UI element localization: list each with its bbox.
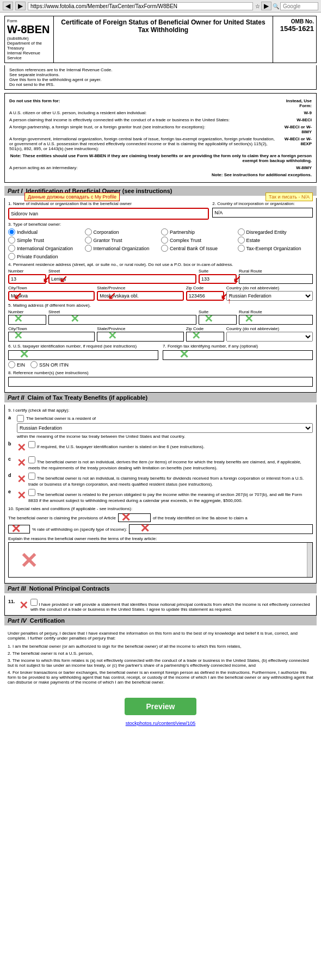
do-not-use-section: Do not use this form for: Instead, Use F… (4, 93, 317, 183)
form-header: Form W-8BEN (substitute) Department of t… (4, 16, 317, 63)
q4-label: 4. Permanent residence address (street, … (8, 262, 313, 267)
back-button[interactable]: ◀ (3, 2, 13, 10)
addr-number-input[interactable] (8, 274, 46, 284)
type-simple-trust[interactable]: Simple Trust (8, 237, 84, 244)
search-area: ☆ ▶ 🔍 (255, 2, 318, 10)
q8-label: 8. Reference number(s) (see instructions… (8, 370, 313, 375)
part3-label: Part III (8, 585, 26, 592)
instead-form-2: W-8ECI or W-8IMY (279, 124, 312, 135)
q1-input[interactable] (9, 209, 208, 219)
part3-section: 11. ✕ I have provided or will provide a … (4, 596, 317, 616)
item-b-label: b (8, 441, 15, 446)
explain-textarea[interactable] (9, 543, 307, 577)
q6-input[interactable] (8, 350, 158, 360)
type-private-foundation[interactable]: Private Foundation (8, 253, 84, 260)
checkbox-a[interactable] (17, 415, 24, 422)
ein-radio[interactable] (8, 361, 15, 368)
treaty-country-select[interactable]: Russian Federation (17, 423, 313, 433)
radio-intl-org-2[interactable] (85, 245, 92, 252)
radio-complex-trust[interactable] (161, 237, 168, 244)
mailing-row-1: Number ✕ Street ✕ Suite ✕ (8, 309, 313, 325)
table-row: Note: These entities should use Form W-8… (9, 153, 312, 164)
type-complex-trust[interactable]: Complex Trust (161, 237, 237, 244)
table-row: A U.S. citizen or other U.S. person, inc… (9, 110, 312, 116)
checkbox-b[interactable] (28, 441, 35, 448)
checkbox-c[interactable] (28, 456, 35, 463)
addr-row-2: City/Town ↙ State/Province ↙ Zip Code (8, 286, 313, 301)
type-partnership[interactable]: Partnership (161, 228, 237, 235)
item-d-label: d (8, 473, 15, 478)
browser-bar: ◀ ▶ ☆ ▶ 🔍 (0, 0, 321, 13)
search-icon: 🔍 (273, 3, 279, 9)
ssn-label: SSN OR ITIN (39, 362, 69, 368)
radio-simple-trust[interactable] (8, 237, 15, 244)
radio-corporation[interactable] (85, 228, 92, 235)
type-central-bank[interactable]: Central Bank Of Issue (161, 245, 237, 252)
radio-individual[interactable] (8, 228, 15, 235)
part4-title: Certification (30, 617, 65, 624)
instead-form-1: W-8ECI (279, 117, 312, 123)
form-label: Form (7, 18, 51, 23)
radio-grantor-trust[interactable] (85, 237, 92, 244)
item-c-text: The beneficial owner is not an individua… (28, 460, 301, 470)
footer-link[interactable]: stockphotos.ru/content/view/105 (4, 721, 317, 726)
addr-street-input[interactable] (48, 274, 196, 284)
form-id-section: Form W-8BEN (substitute) Department of t… (5, 16, 54, 63)
ssn-radio[interactable] (30, 361, 38, 368)
type-individual[interactable]: Individual (8, 228, 84, 235)
radio-central-bank[interactable] (161, 245, 168, 252)
search-input[interactable] (280, 2, 318, 10)
type-tax-exempt[interactable]: Tax-Exempt Organization (238, 245, 313, 252)
addr-country-select[interactable]: Russian Federation (226, 291, 313, 301)
ssn-radio-item[interactable]: SSN OR ITIN (30, 361, 69, 368)
radio-disregarded[interactable] (238, 228, 245, 235)
addr-rural-input[interactable] (239, 274, 313, 284)
type-corporation[interactable]: Corporation (85, 228, 160, 235)
omb-number: 1545-1621 (275, 24, 314, 33)
part4-label: Part IV (8, 617, 27, 624)
part4-header: Part IV Certification (4, 616, 317, 625)
type-intl-org-1[interactable]: International Organization (8, 245, 84, 252)
form-number: W-8BEN (7, 23, 51, 36)
instead-header: Instead, Use Form: (279, 98, 312, 109)
preview-button[interactable]: Preview (125, 698, 197, 715)
addr-zip-input[interactable] (186, 291, 224, 301)
q8-input[interactable] (8, 377, 313, 387)
radio-intl-org-1[interactable] (8, 245, 15, 252)
type-intl-org-2[interactable]: International Organization (85, 245, 160, 252)
rate-text: % rate of withholding on (specify type o… (32, 527, 127, 532)
instruction-line-4: Do not send to the IRS. (9, 82, 312, 87)
table-row: A foreign partnership, a foreign simple … (9, 124, 312, 135)
checkbox-e[interactable] (28, 489, 35, 496)
form-dept: Department of the Treasury (7, 41, 51, 51)
checkbox-d[interactable] (28, 473, 35, 480)
street-label: Street (48, 269, 196, 274)
mail-country-select[interactable] (226, 332, 313, 342)
zip-label: Zip Code (186, 286, 224, 290)
form-substitute: (substitute) (7, 36, 51, 41)
radio-tax-exempt[interactable] (238, 245, 245, 252)
go-button[interactable]: ▶ (261, 2, 271, 10)
part1-section: 1. Name of individual or organization th… (4, 198, 317, 393)
rate-type-input[interactable] (129, 524, 313, 534)
type-estate[interactable]: Estate (238, 237, 313, 244)
radio-private-foundation[interactable] (8, 253, 15, 260)
radio-estate[interactable] (238, 237, 245, 244)
country-label: Country (do not abbreviate) (226, 286, 313, 290)
q6-label: 6. U.S. taxpayer identification number, … (8, 344, 158, 349)
type-grantor-trust[interactable]: Grantor Trust (85, 237, 160, 244)
scrollbar[interactable] (307, 543, 312, 577)
addr-suite-input[interactable] (199, 274, 237, 284)
radio-partnership[interactable] (161, 228, 168, 235)
cert-1: 1. I am the beneficial owner (or am auth… (8, 644, 313, 649)
q2-input[interactable] (212, 208, 313, 218)
item-e-label: e (8, 489, 15, 494)
tooltip-na: Так и писать - N/A (266, 193, 313, 201)
table-row: Note: See instructions for additional ex… (9, 172, 312, 178)
url-bar[interactable] (28, 2, 253, 10)
checkbox-11[interactable] (30, 599, 38, 606)
ein-radio-item[interactable]: EIN (8, 361, 25, 368)
item-e-text: The beneficial owner is related to the p… (28, 492, 302, 503)
forward-button[interactable]: ▶ (15, 2, 26, 10)
type-disregarded[interactable]: Disregarded Entity (238, 228, 313, 235)
